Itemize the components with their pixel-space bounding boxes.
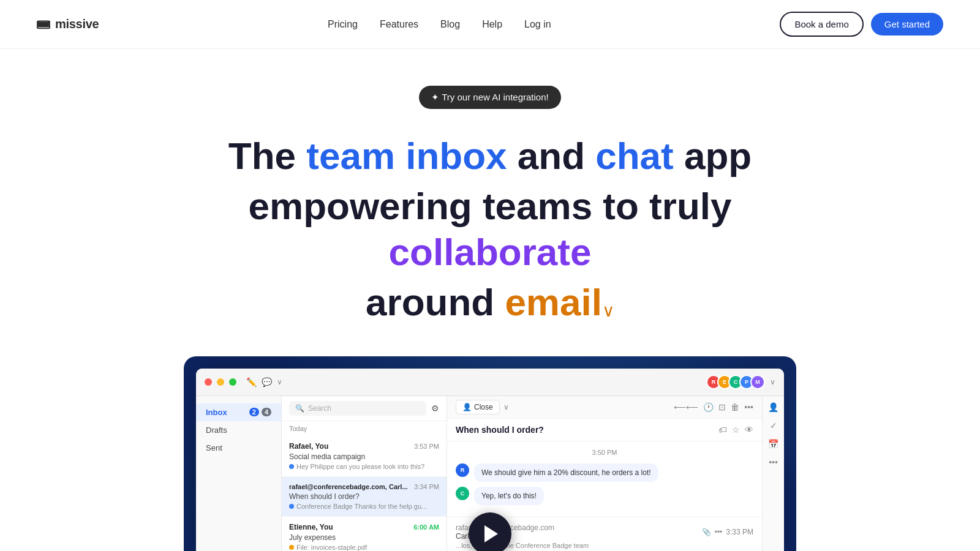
window-minimize-dot bbox=[217, 378, 224, 386]
right-more-icon[interactable]: ••• bbox=[769, 457, 778, 467]
email-1-preview-text: Hey Philippe can you please look into th… bbox=[296, 463, 424, 470]
email-item-1[interactable]: Rafael, You 3:53 PM Social media campaig… bbox=[282, 436, 447, 477]
detail-header-actions: 🏷 ☆ 👁 bbox=[718, 425, 753, 435]
search-bar[interactable]: 🔍 Search bbox=[289, 401, 426, 416]
chat-timestamp: 3:50 PM bbox=[456, 449, 753, 456]
email-detail-toolbar: 👤 Close ∨ ⟵⟵ 🕐 ⊡ 🗑 ••• bbox=[447, 396, 762, 419]
email-list: 🔍 Search ⚙ Today Rafael, You 3:53 PM Soc… bbox=[282, 396, 447, 551]
email-time-detail: 3:33 PM bbox=[726, 528, 753, 536]
play-triangle-icon bbox=[484, 525, 498, 542]
line2-collab: collaborate bbox=[389, 231, 592, 273]
eye-icon[interactable]: 👁 bbox=[745, 425, 753, 435]
titlebar-dropdown[interactable]: ∨ bbox=[770, 378, 775, 386]
nav-features[interactable]: Features bbox=[380, 19, 418, 29]
chat-avatar-2: C bbox=[456, 487, 469, 500]
sidebar-sent-label: Sent bbox=[206, 443, 222, 452]
nav-links: Pricing Features Blog Help Log in bbox=[328, 19, 551, 30]
back-icon[interactable]: ⟵⟵ bbox=[674, 402, 698, 412]
hero-section: ✦ Try our new AI integration! The team i… bbox=[0, 49, 980, 551]
hero-headline: The team inbox and chat app bbox=[228, 133, 752, 179]
sidebar-item-drafts[interactable]: Drafts bbox=[196, 421, 281, 439]
email-3-preview: File: invoices-staple.pdf bbox=[289, 544, 439, 551]
trash-icon[interactable]: 🗑 bbox=[731, 402, 739, 412]
nav-actions: Book a demo Get started bbox=[780, 12, 943, 37]
toolbar-icons: ⟵⟵ 🕐 ⊡ 🗑 ••• bbox=[674, 402, 753, 412]
chat-avatar-1: R bbox=[456, 463, 469, 477]
email-1-sender: Rafael, You bbox=[289, 442, 328, 451]
ai-badge[interactable]: ✦ Try our new AI integration! bbox=[419, 86, 560, 109]
detail-header: When should I order? 🏷 ☆ 👁 bbox=[447, 419, 762, 441]
email-more-icon[interactable]: ••• bbox=[715, 528, 723, 536]
tag-icon[interactable]: 🏷 bbox=[718, 425, 727, 435]
email-1-time: 3:53 PM bbox=[414, 443, 439, 450]
get-started-button[interactable]: Get started bbox=[871, 13, 943, 36]
right-panel: 👤 ✓ 📅 ••• bbox=[762, 396, 784, 551]
play-button[interactable] bbox=[469, 512, 511, 551]
email-3-preview-text: File: invoices-staple.pdf bbox=[296, 544, 367, 551]
email-3-time: 6:00 AM bbox=[413, 523, 439, 531]
search-placeholder: Search bbox=[308, 404, 331, 413]
nav-login[interactable]: Log in bbox=[524, 19, 551, 29]
email-3-dot bbox=[289, 545, 294, 550]
inbox-badge-blue: 2 bbox=[249, 408, 259, 416]
chat-text-1: We should give him a 20% discount, he or… bbox=[481, 468, 651, 477]
nav-pricing[interactable]: Pricing bbox=[328, 19, 358, 29]
sidebar: Inbox 2 4 Drafts Sent bbox=[196, 396, 282, 551]
email-1-dot bbox=[289, 464, 294, 469]
email-item-1-header: Rafael, You 3:53 PM bbox=[289, 442, 439, 451]
nav-blog[interactable]: Blog bbox=[440, 19, 460, 29]
email-item-3[interactable]: Etienne, You 6:00 AM July expenses File:… bbox=[282, 517, 447, 551]
sidebar-item-sent[interactable]: Sent bbox=[196, 439, 281, 457]
star-icon[interactable]: ☆ bbox=[732, 425, 740, 435]
close-button[interactable]: 👤 Close bbox=[456, 400, 500, 414]
right-profile-icon[interactable]: 👤 bbox=[768, 402, 778, 412]
compose-icon[interactable]: ✏️ bbox=[246, 377, 257, 387]
comment-icon[interactable]: 💬 bbox=[262, 377, 272, 387]
more-icon[interactable]: ••• bbox=[744, 402, 753, 412]
filter-icon[interactable]: ⚙ bbox=[431, 403, 439, 413]
archive-icon[interactable]: ⊡ bbox=[718, 402, 726, 412]
headline-chat: chat bbox=[595, 135, 673, 177]
email-1-subject: Social media campaign bbox=[289, 452, 439, 461]
avatars-group: R E C P M bbox=[706, 375, 765, 389]
window-maximize-dot bbox=[229, 378, 236, 386]
hero-line2: empowering teams to truly collaborate bbox=[214, 184, 766, 275]
hero-line3: around email bbox=[366, 280, 614, 325]
email-2-sender: rafael@conferencebadge.com, Carl... bbox=[289, 483, 408, 490]
email-list-header: 🔍 Search ⚙ bbox=[282, 396, 447, 421]
play-button-overlay[interactable] bbox=[469, 512, 511, 551]
logo[interactable]: missive bbox=[37, 17, 99, 31]
dropdown-icon[interactable]: ∨ bbox=[277, 378, 282, 386]
sidebar-item-inbox[interactable]: Inbox 2 4 bbox=[196, 403, 281, 421]
chat-bubble-1: We should give him a 20% discount, he or… bbox=[474, 463, 658, 482]
headline-and: and bbox=[507, 135, 596, 177]
clock-icon[interactable]: 🕐 bbox=[703, 402, 714, 412]
close-dropdown-icon[interactable]: ∨ bbox=[503, 403, 509, 411]
logo-label: missive bbox=[55, 17, 99, 31]
chevron-down-icon[interactable] bbox=[602, 281, 614, 293]
email-item-2[interactable]: rafael@conferencebadge.com, Carl... 3:34… bbox=[282, 477, 447, 517]
email-2-time: 3:34 PM bbox=[414, 483, 439, 490]
app-titlebar: ✏️ 💬 ∨ R E C P M ∨ bbox=[196, 369, 784, 396]
email-item-2-header: rafael@conferencebadge.com, Carl... 3:34… bbox=[289, 483, 439, 490]
chat-message-2: C Yep, let's do this! bbox=[456, 487, 753, 505]
email-2-subject: When should I order? bbox=[289, 492, 439, 501]
right-calendar-icon[interactable]: 📅 bbox=[768, 439, 778, 449]
app-screenshot: ✏️ 💬 ∨ R E C P M ∨ bbox=[184, 356, 796, 551]
email-2-dot bbox=[289, 504, 294, 509]
line3-email: email bbox=[505, 281, 602, 323]
right-check-icon[interactable]: ✓ bbox=[770, 421, 777, 430]
chat-bubble-2: Yep, let's do this! bbox=[474, 487, 544, 505]
nav-help[interactable]: Help bbox=[482, 19, 502, 29]
email-1-preview: Hey Philippe can you please look into th… bbox=[289, 463, 439, 470]
sidebar-inbox-label: Inbox bbox=[206, 408, 227, 417]
detail-subject: When should I order? bbox=[456, 425, 544, 435]
close-icon: 👤 bbox=[462, 403, 472, 411]
avatar-5: M bbox=[750, 375, 765, 389]
inbox-badge-gray: 4 bbox=[262, 408, 271, 416]
book-demo-button[interactable]: Book a demo bbox=[780, 12, 863, 37]
window-close-dot bbox=[205, 378, 212, 386]
email-2-preview-text: Conference Badge Thanks for the help gu.… bbox=[296, 503, 427, 510]
headline-team: team inbox bbox=[306, 135, 507, 177]
attachment-icon[interactable]: 📎 bbox=[702, 528, 711, 536]
